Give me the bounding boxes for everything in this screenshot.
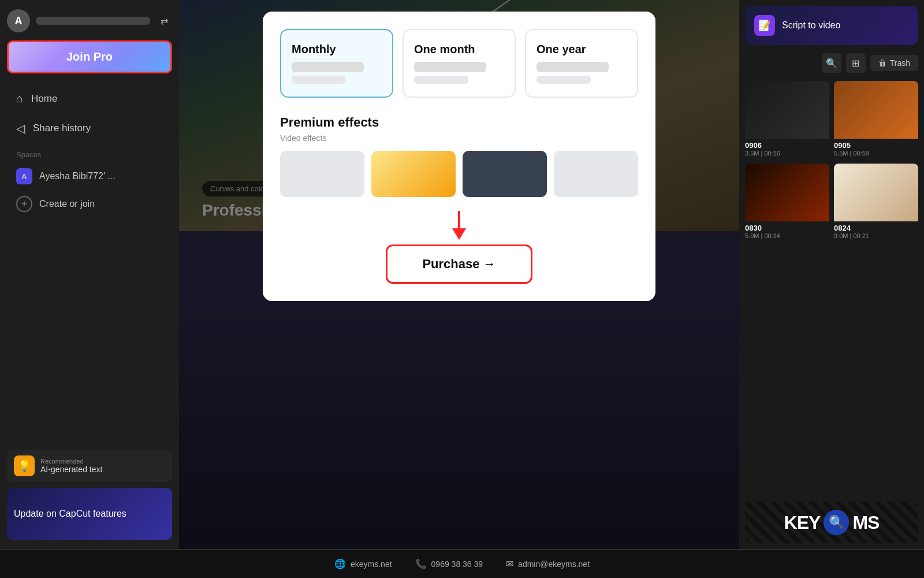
keyms-logo-area: KEY 🔍 MS [745,502,918,543]
plan-monthly-sub [292,76,346,84]
footer-email-text: admin@ekeyms.net [518,560,590,569]
plan-monthly[interactable]: Monthly [280,29,393,98]
sidebar-bottom: 💡 Recommended AI-generated text Update o… [7,450,172,540]
script-icon: 📝 [754,15,775,36]
create-join-item[interactable]: + Create or join [7,190,172,218]
effect-thumb-4[interactable] [554,151,638,197]
trash-icon: 🗑 [878,58,886,68]
purchase-btn-container: Purchase → [280,211,638,284]
share-icon: ◁ [16,121,25,135]
script-to-video-label: Script to video [782,20,840,31]
sidebar-item-share-history-label: Share history [33,123,91,134]
premium-effects-section: Premium effects Video effects [280,115,638,197]
video-info-0824: 0824 9.0M | 00:21 [834,221,918,242]
video-grid-item-0905[interactable]: 0905 5.5M | 00:58 [834,81,918,159]
trash-button[interactable]: 🗑 Trash [870,55,918,71]
recommended-label: Recommended [40,458,102,465]
pricing-plans: Monthly One month One year [280,29,638,98]
trash-label: Trash [890,58,910,68]
footer-website-text: ekeyms.net [351,560,392,569]
ai-text-label: AI-generated text [40,465,102,474]
plan-one-month-price [414,62,486,72]
effects-row [280,151,638,197]
avatar-name-bar [36,17,150,25]
sidebar-top: A ⇄ [7,9,172,32]
sidebar-item-share-history[interactable]: ◁ Share history [7,114,172,142]
ms-text: MS [852,512,879,533]
video-title-0905: 0905 [834,141,918,150]
footer-website: 🌐 ekeyms.net [334,558,392,569]
phone-icon: 📞 [415,558,427,569]
update-banner[interactable]: Update on CapCut features [7,488,172,540]
plan-one-month-sub [414,76,468,84]
footer-email: ✉ admin@ekeyms.net [506,558,590,569]
avatar[interactable]: A [7,9,30,32]
video-grid-item-0824[interactable]: 0824 9.0M | 00:21 [834,164,918,242]
video-grid-item-0830[interactable]: 0830 5.0M | 00:14 [745,164,829,242]
email-icon: ✉ [506,558,513,569]
video-meta-0824: 9.0M | 00:21 [834,232,918,239]
effect-thumb-3[interactable] [463,151,547,197]
video-thumb-0824 [834,164,918,221]
video-title-0906: 0906 [745,141,829,150]
video-thumb-0905 [834,81,918,139]
recommended-card[interactable]: 💡 Recommended AI-generated text [7,450,172,482]
effect-thumb-1[interactable] [280,151,364,197]
home-icon: ⌂ [16,92,23,105]
red-arrow-icon [448,211,471,240]
transfer-icon[interactable]: ⇄ [156,13,172,29]
key-text: KEY [784,512,821,533]
space-name: Ayesha Bibi772' ... [39,171,116,181]
keyms-logo: KEY 🔍 MS [784,510,880,535]
video-effects-label: Video effects [280,134,638,143]
video-meta-0905: 5.5M | 00:58 [834,150,918,157]
video-thumb-0906 [745,81,829,139]
footer-phone-text: 0969 38 36 39 [431,560,483,569]
main-content: Curves and color wheel Professional colo… [179,0,739,549]
spaces-label: Spaces [7,142,172,162]
purchase-button[interactable]: Purchase → [386,244,532,284]
video-grid: 0906 3.5M | 00:16 0905 5.5M | 00:58 0830… [745,81,918,242]
svg-marker-1 [452,228,466,240]
recommended-text: Recommended AI-generated text [40,458,102,474]
search-icon-btn[interactable]: 🔍 [822,53,841,73]
right-panel: 📝 Script to video 🔍 ⊞ 🗑 Trash 0906 3.5M … [739,0,924,549]
video-info-0905: 0905 5.5M | 00:58 [834,139,918,159]
sidebar: A ⇄ Join Pro ⌂ Home ◁ Share history Spac… [0,0,179,549]
video-title-0830: 0830 [745,224,829,232]
key-circle-icon: 🔍 [824,510,849,535]
content-wrapper: Curves and color wheel Professional colo… [179,0,739,549]
video-grid-item-0906[interactable]: 0906 3.5M | 00:16 [745,81,829,159]
plan-one-month-name: One month [414,43,504,56]
right-panel-toolbar: 🔍 ⊞ 🗑 Trash [745,51,918,75]
plus-icon: + [16,196,32,212]
sidebar-item-home-label: Home [31,93,57,105]
sidebar-nav: ⌂ Home ◁ Share history [7,85,172,142]
plan-monthly-name: Monthly [292,43,382,56]
footer-phone: 📞 0969 38 36 39 [415,558,483,569]
plan-one-year[interactable]: One year [525,29,638,98]
video-meta-0830: 5.0M | 00:14 [745,232,829,239]
premium-effects-title: Premium effects [280,115,638,130]
script-to-video-card[interactable]: 📝 Script to video [745,6,918,45]
ai-icon: 💡 [14,455,35,476]
pro-modal-overlay: Monthly One month One year [179,0,739,549]
plan-one-month[interactable]: One month [403,29,516,98]
globe-icon: 🌐 [334,558,346,569]
join-pro-button[interactable]: Join Pro [7,40,172,73]
pro-modal: Monthly One month One year [263,12,655,301]
footer: 🌐 ekeyms.net 📞 0969 38 36 39 ✉ admin@eke… [0,549,924,578]
sidebar-space-item[interactable]: A Ayesha Bibi772' ... [7,162,172,190]
plan-one-year-name: One year [536,43,627,56]
plan-one-year-sub [536,76,591,84]
video-meta-0906: 3.5M | 00:16 [745,150,829,157]
plan-one-year-price [536,62,609,72]
create-join-label: Create or join [39,199,95,209]
update-banner-text: Update on CapCut features [14,509,126,519]
video-info-0906: 0906 3.5M | 00:16 [745,139,829,159]
sidebar-item-home[interactable]: ⌂ Home [7,85,172,112]
video-info-0830: 0830 5.0M | 00:14 [745,221,829,242]
plan-monthly-price [292,62,364,72]
grid-view-btn[interactable]: ⊞ [846,53,866,73]
effect-thumb-2[interactable] [371,151,456,197]
